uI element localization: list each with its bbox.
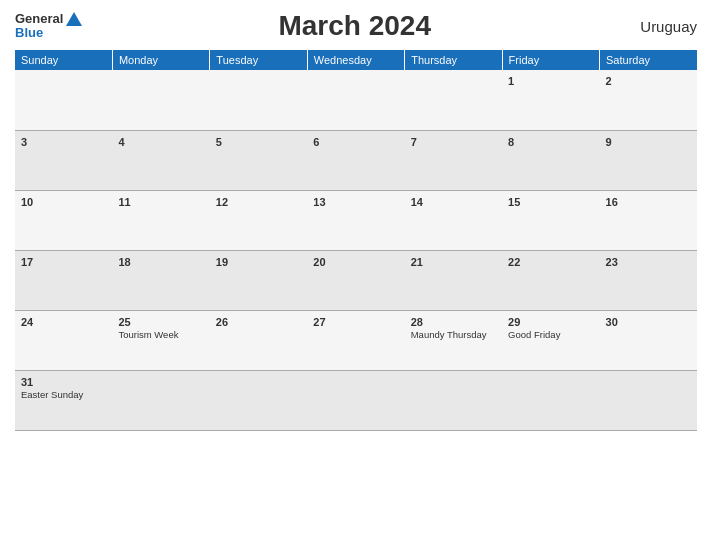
day-number: 3 [21, 136, 106, 148]
calendar-cell: 7 [405, 130, 502, 190]
day-number: 15 [508, 196, 593, 208]
country-label: Uruguay [627, 18, 697, 35]
day-number: 20 [313, 256, 398, 268]
calendar-cell [502, 370, 599, 430]
day-number: 7 [411, 136, 496, 148]
calendar-week-0: 12 [15, 70, 697, 130]
weekday-sunday: Sunday [15, 50, 112, 70]
calendar-cell: 25Tourism Week [112, 310, 209, 370]
day-number: 2 [606, 75, 691, 87]
calendar-title: March 2024 [82, 10, 627, 42]
calendar-week-2: 10111213141516 [15, 190, 697, 250]
calendar-cell [307, 370, 404, 430]
event-label: Easter Sunday [21, 389, 83, 400]
calendar-cell [405, 370, 502, 430]
calendar-cell [112, 70, 209, 130]
calendar-page: General Blue March 2024 Uruguay SundayMo… [0, 0, 712, 550]
day-number: 16 [606, 196, 691, 208]
calendar-cell: 10 [15, 190, 112, 250]
day-number: 25 [118, 316, 203, 328]
day-number: 21 [411, 256, 496, 268]
calendar-cell: 27 [307, 310, 404, 370]
logo-triangle-icon [66, 12, 82, 26]
calendar-cell: 4 [112, 130, 209, 190]
calendar-cell [307, 70, 404, 130]
weekday-row: SundayMondayTuesdayWednesdayThursdayFrid… [15, 50, 697, 70]
calendar-cell: 17 [15, 250, 112, 310]
calendar-cell: 14 [405, 190, 502, 250]
event-label: Tourism Week [118, 329, 178, 340]
calendar-cell: 28Maundy Thursday [405, 310, 502, 370]
calendar-table: SundayMondayTuesdayWednesdayThursdayFrid… [15, 50, 697, 431]
day-number: 12 [216, 196, 301, 208]
logo-general-text: General [15, 12, 63, 26]
day-number: 8 [508, 136, 593, 148]
day-number: 17 [21, 256, 106, 268]
calendar-cell: 9 [600, 130, 697, 190]
calendar-cell: 18 [112, 250, 209, 310]
calendar-cell: 5 [210, 130, 307, 190]
calendar-cell: 31Easter Sunday [15, 370, 112, 430]
day-number: 26 [216, 316, 301, 328]
calendar-cell: 2 [600, 70, 697, 130]
calendar-cell [15, 70, 112, 130]
calendar-cell [405, 70, 502, 130]
day-number: 22 [508, 256, 593, 268]
calendar-cell: 3 [15, 130, 112, 190]
day-number: 19 [216, 256, 301, 268]
day-number: 27 [313, 316, 398, 328]
day-number: 6 [313, 136, 398, 148]
calendar-header: SundayMondayTuesdayWednesdayThursdayFrid… [15, 50, 697, 70]
calendar-week-4: 2425Tourism Week262728Maundy Thursday29G… [15, 310, 697, 370]
weekday-saturday: Saturday [600, 50, 697, 70]
day-number: 5 [216, 136, 301, 148]
calendar-body: 1234567891011121314151617181920212223242… [15, 70, 697, 430]
calendar-week-1: 3456789 [15, 130, 697, 190]
calendar-cell: 12 [210, 190, 307, 250]
calendar-week-3: 17181920212223 [15, 250, 697, 310]
weekday-thursday: Thursday [405, 50, 502, 70]
day-number: 10 [21, 196, 106, 208]
header: General Blue March 2024 Uruguay [15, 10, 697, 42]
calendar-cell: 21 [405, 250, 502, 310]
day-number: 18 [118, 256, 203, 268]
weekday-monday: Monday [112, 50, 209, 70]
day-number: 24 [21, 316, 106, 328]
day-number: 4 [118, 136, 203, 148]
event-label: Maundy Thursday [411, 329, 487, 340]
calendar-cell: 19 [210, 250, 307, 310]
day-number: 9 [606, 136, 691, 148]
weekday-wednesday: Wednesday [307, 50, 404, 70]
calendar-cell [210, 370, 307, 430]
logo-blue-text: Blue [15, 26, 43, 40]
calendar-cell: 23 [600, 250, 697, 310]
weekday-tuesday: Tuesday [210, 50, 307, 70]
weekday-friday: Friday [502, 50, 599, 70]
day-number: 31 [21, 376, 106, 388]
calendar-cell: 13 [307, 190, 404, 250]
calendar-cell [112, 370, 209, 430]
day-number: 1 [508, 75, 593, 87]
day-number: 13 [313, 196, 398, 208]
calendar-cell: 16 [600, 190, 697, 250]
event-label: Good Friday [508, 329, 560, 340]
day-number: 28 [411, 316, 496, 328]
day-number: 30 [606, 316, 691, 328]
calendar-cell: 22 [502, 250, 599, 310]
logo: General Blue [15, 12, 82, 41]
calendar-cell: 11 [112, 190, 209, 250]
day-number: 14 [411, 196, 496, 208]
calendar-cell: 6 [307, 130, 404, 190]
calendar-cell: 1 [502, 70, 599, 130]
calendar-cell: 24 [15, 310, 112, 370]
calendar-cell: 15 [502, 190, 599, 250]
calendar-cell: 20 [307, 250, 404, 310]
calendar-cell [600, 370, 697, 430]
calendar-cell: 30 [600, 310, 697, 370]
calendar-cell [210, 70, 307, 130]
calendar-week-5: 31Easter Sunday [15, 370, 697, 430]
calendar-cell: 29Good Friday [502, 310, 599, 370]
day-number: 11 [118, 196, 203, 208]
calendar-cell: 8 [502, 130, 599, 190]
day-number: 23 [606, 256, 691, 268]
